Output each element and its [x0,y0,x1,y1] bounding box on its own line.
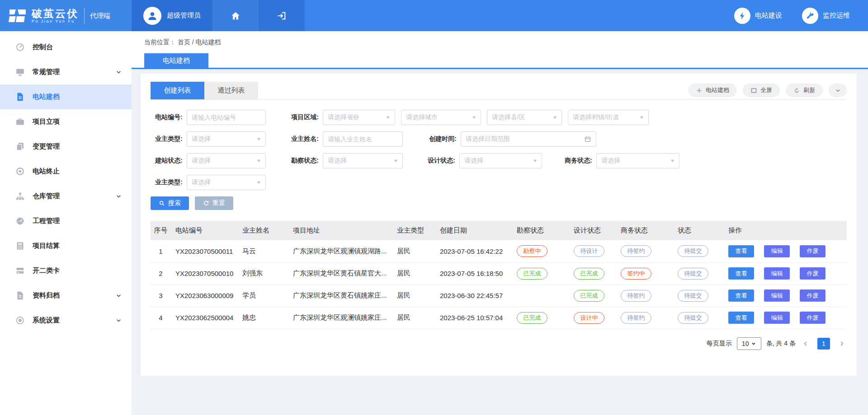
sitemap-icon [15,191,25,201]
select-caret-icon: ▼ [670,159,675,163]
owner-type2-select[interactable]: 请选择▼ [187,175,266,190]
station-no-input[interactable] [187,110,266,125]
nav-station-build[interactable]: 电站建设 [734,8,782,24]
survey-status-badge: 已完成 [517,312,547,324]
station-no-label: 电站编号: [151,113,187,121]
select-caret-icon: ▼ [256,159,261,163]
user-name: 超级管理员 [167,11,201,20]
business-status-badge: 待签约 [621,245,651,257]
table-row: 2 YX2023070500010 刘强东 广东深圳龙华区黄石镇星官大... 居… [151,262,847,284]
copy-icon [15,142,25,151]
build-status-select[interactable]: 请选择▼ [187,153,266,168]
void-button[interactable]: 作废 [800,267,826,280]
sidebar-item-general-mgmt[interactable]: 常规管理 [0,60,132,84]
logout-button[interactable] [259,0,305,31]
search-button[interactable]: 搜索 [151,196,189,210]
region-city-select[interactable]: 请选择城市▼ [401,110,481,125]
sidebar: 控制台 常规管理 电站建档 [0,31,132,415]
panel-tabs-row: 创建列表 通过列表 电站建档 全屏 [151,82,847,100]
sidebar-item-system-settings[interactable]: 系统设置 [0,308,132,333]
refresh-icon [793,87,800,94]
per-page-label: 每页显示 [707,340,732,348]
next-page-button[interactable] [837,339,847,349]
view-button[interactable]: 查看 [728,289,754,302]
user-icon [146,10,158,22]
sidebar-item-station-archive[interactable]: 电站建档 [0,84,132,109]
sidebar-item-data-archive[interactable]: 资料归档 [0,283,132,308]
owner-type-select[interactable]: 请选择▼ [187,131,266,147]
per-page-select[interactable]: 10 [737,337,761,350]
select-caret-icon: ▼ [532,159,538,163]
edit-button[interactable]: 编辑 [764,289,790,302]
business-status-badge: 待签约 [621,312,651,324]
home-button[interactable] [212,0,259,31]
target-icon [15,167,25,176]
chevron-right-icon [839,340,845,347]
create-station-button[interactable]: 电站建档 [688,84,737,97]
portal-label: 代理端 [84,8,110,24]
total-count-label: 条, 共 4 条 [766,340,796,348]
survey-status-label: 勘察状态: [287,157,323,165]
void-button[interactable]: 作废 [800,289,826,302]
user-menu[interactable]: 超级管理员 [132,0,212,31]
home-icon [231,11,241,21]
create-time-range-input[interactable]: 请选择日期范围 [461,131,596,147]
breadcrumb-home-link[interactable]: 首页 [178,38,190,46]
settings-icon [15,316,25,325]
tab-create-list[interactable]: 创建列表 [151,82,204,99]
sidebar-item-console[interactable]: 控制台 [0,35,132,60]
collapse-panel-button[interactable] [829,84,847,97]
sidebar-item-station-terminate[interactable]: 电站终止 [0,159,132,184]
refresh-button[interactable]: 刷新 [786,84,823,97]
region-county-select[interactable]: 请选择县/区▼ [487,110,562,125]
breadcrumb: 当前位置： 首页 / 电站建档 [132,31,868,47]
fullscreen-button[interactable]: 全屏 [743,84,780,97]
prev-page-button[interactable] [801,339,811,349]
chevron-down-icon [116,193,122,199]
brand-logo-icon [8,7,27,25]
chevron-down-icon [116,317,122,323]
logout-icon [277,11,287,21]
sidebar-item-project-approval[interactable]: 项目立项 [0,109,132,134]
file-icon [15,291,25,300]
brand-title: 破茧云伏 [32,8,79,19]
sidebar-item-open-card[interactable]: 开二类卡 [0,258,132,283]
page-number-1[interactable]: 1 [817,338,830,350]
owner-name-input[interactable] [323,131,403,147]
view-button[interactable]: 查看 [728,267,754,280]
tab-passed-list[interactable]: 通过列表 [204,82,258,99]
design-status-badge: 已完成 [574,268,604,280]
business-status-select[interactable]: 请选择▼ [596,153,679,168]
business-status-badge: 签约中 [621,268,651,280]
region-town-select[interactable]: 请选择村镇/街道▼ [568,110,649,125]
edit-button[interactable]: 编辑 [764,245,790,257]
calculator-icon [15,241,25,251]
view-button[interactable]: 查看 [728,245,754,257]
sidebar-item-engineering-mgmt[interactable]: 工程管理 [0,209,132,233]
monitor-icon [15,67,25,77]
view-button[interactable]: 查看 [728,312,754,324]
reset-button[interactable]: 重置 [195,196,233,210]
table-row: 1 YX2023070500011 马云 广东深圳龙华区观澜镇观湖路... 居民… [151,240,847,262]
nav-monitor-ops[interactable]: 监控运维 [802,8,850,24]
chevron-down-icon [835,87,841,94]
survey-status-select[interactable]: 请选择▼ [323,153,403,168]
void-button[interactable]: 作废 [800,312,826,324]
design-status-select[interactable]: 请选择▼ [459,153,542,168]
sidebar-item-project-settlement[interactable]: 项目结算 [0,233,132,258]
void-button[interactable]: 作废 [800,245,826,257]
plus-icon [696,87,703,94]
filter-form: 电站编号: 项目区域: 请选择省份▼ 请选择城市▼ [151,100,847,190]
table-row: 4 YX2023062500004 姚忠 广东深圳龙华区观澜镇姚家庄... 居民… [151,307,847,329]
topbar: 破茧云伏 Po Jian Yun Fu 代理端 超级管理员 [0,0,868,31]
owner-type-label: 业主类型: [151,135,187,143]
avatar [143,7,161,25]
edit-button[interactable]: 编辑 [764,312,790,324]
sidebar-item-change-mgmt[interactable]: 变更管理 [0,134,132,159]
region-province-select[interactable]: 请选择省份▼ [323,110,395,125]
edit-button[interactable]: 编辑 [764,267,790,280]
app-root: 破茧云伏 Po Jian Yun Fu 代理端 超级管理员 [0,0,868,415]
dashboard-icon [15,42,25,52]
page-tab-station-archive[interactable]: 电站建档 [144,53,208,68]
sidebar-item-warehouse-mgmt[interactable]: 仓库管理 [0,184,132,209]
